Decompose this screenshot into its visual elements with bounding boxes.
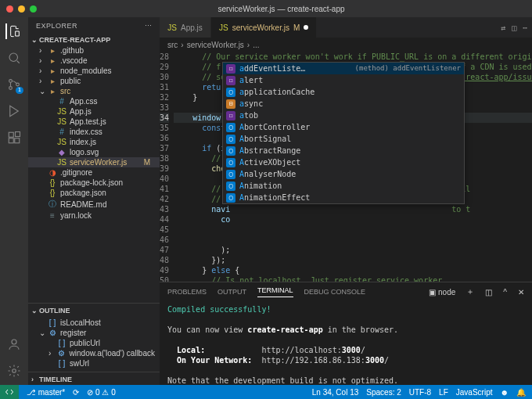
autocomplete-item[interactable]: ▢AbstractRange <box>223 145 464 156</box>
symbol-name: publicUrl <box>70 339 100 347</box>
more-icon[interactable]: ⋯ <box>145 22 153 30</box>
settings-gear-icon[interactable] <box>6 363 22 379</box>
panel-tab[interactable]: PROBLEMS <box>167 288 207 296</box>
editor-tab[interactable]: JSApp.js <box>160 17 211 38</box>
autocomplete-item[interactable]: ▢AbortSignal <box>223 133 464 145</box>
tree-item[interactable]: ◑.gitignore <box>28 167 160 178</box>
outline-item[interactable]: ⌄⚙register <box>28 328 160 338</box>
source-control-icon[interactable]: 1 <box>6 77 22 92</box>
autocomplete-item[interactable]: ⊟async <box>223 98 464 110</box>
maximize-panel-icon[interactable]: ^ <box>503 288 507 297</box>
tree-item[interactable]: ›▸.github <box>28 45 160 56</box>
outline-section[interactable]: ⌄ OUTLINE <box>28 305 160 316</box>
autocomplete-item[interactable]: ▢AnalyserNode <box>223 168 464 180</box>
tree-item[interactable]: ◆logo.svg <box>28 147 160 157</box>
code-editor[interactable]: 2829303132333435363738394041424344454647… <box>160 52 532 282</box>
outline-title: OUTLINE <box>39 307 70 315</box>
tree-item[interactable]: ›▸node_modules <box>28 66 160 76</box>
outline-item[interactable]: ›⚙window.a('load') callback <box>28 348 160 358</box>
tree-item[interactable]: {}package-lock.json <box>28 178 160 188</box>
remote-indicator[interactable] <box>0 385 19 399</box>
panel-tab[interactable]: OUTPUT <box>217 288 246 296</box>
autocomplete-item[interactable]: ☐addEventListe…(method) addEventListener <box>223 63 464 74</box>
editor-tab[interactable]: JSserviceWorker.js M <box>211 17 318 38</box>
breadcrumbs[interactable]: src › serviceWorker.js › ... <box>160 38 532 52</box>
autocomplete-item[interactable]: ▢ActiveXObject <box>223 156 464 168</box>
close-window-icon[interactable] <box>6 5 13 13</box>
outline-item[interactable]: [ ]publicUrl <box>28 338 160 348</box>
encoding[interactable]: UTF-8 <box>409 388 431 397</box>
extensions-icon[interactable] <box>6 130 22 146</box>
code-content[interactable]: // Our service worker won't work if PUBL… <box>174 52 532 282</box>
symbol-kind-icon: ⊟ <box>226 99 235 109</box>
timeline-section[interactable]: › TIMELINE <box>28 374 160 385</box>
search-icon[interactable] <box>6 50 22 66</box>
svg-point-3 <box>16 83 20 86</box>
tree-item[interactable]: #index.css <box>28 127 160 137</box>
git-branch[interactable]: ⎇ master* <box>27 388 65 397</box>
indentation[interactable]: Spaces: 2 <box>366 388 401 397</box>
gutter: 2829303132333435363738394041424344454647… <box>160 52 174 282</box>
feedback-icon[interactable]: ☻ <box>500 388 509 397</box>
split-editor-icon[interactable]: ◫ <box>512 23 516 32</box>
outline-item[interactable]: [ ]isLocalHost <box>28 318 160 328</box>
terminal-profile[interactable]: ▣ node <box>429 288 455 297</box>
file-type-icon: ⓘ <box>48 199 57 210</box>
autocomplete-label: atob <box>239 110 258 120</box>
maximize-window-icon[interactable] <box>30 5 37 13</box>
tree-item[interactable]: JSApp.js <box>28 106 160 117</box>
tree-item[interactable]: ›▸.vscode <box>28 56 160 66</box>
dirty-indicator <box>304 25 308 30</box>
status-bar: ⎇ master* ⟳ ⊘ 0 ⚠ 0 Ln 34, Col 13 Spaces… <box>0 385 532 399</box>
symbol-kind-icon: ▢ <box>226 182 235 191</box>
language-mode[interactable]: JavaScript <box>456 388 493 397</box>
tree-item[interactable]: JSindex.js <box>28 137 160 147</box>
autocomplete-item[interactable]: ☐atob <box>223 110 464 121</box>
autocomplete-item[interactable]: ▢applicationCache <box>223 86 464 98</box>
close-panel-icon[interactable]: ✕ <box>518 288 524 297</box>
accounts-icon[interactable] <box>6 336 22 352</box>
autocomplete-item[interactable]: ▢AnimationEffect <box>223 192 464 203</box>
panel-tab[interactable]: TERMINAL <box>257 286 293 297</box>
autocomplete-popup[interactable]: ☐addEventListe…(method) addEventListener… <box>222 62 465 204</box>
svg-point-1 <box>9 80 13 83</box>
symbol-icon: ⚙ <box>48 329 57 337</box>
tree-item[interactable]: ›▸public <box>28 76 160 86</box>
symbol-kind-icon: ▢ <box>226 123 235 132</box>
run-debug-icon[interactable] <box>6 103 22 119</box>
new-terminal-icon[interactable]: ＋ <box>466 286 474 297</box>
tree-item[interactable]: JSApp.test.js <box>28 117 160 127</box>
cursor-position[interactable]: Ln 34, Col 13 <box>312 388 359 397</box>
terminal-output[interactable]: Compiled successfully!You can now view c… <box>160 301 532 385</box>
svg-point-8 <box>12 340 16 344</box>
tree-item[interactable]: ⓘREADME.md <box>28 198 160 210</box>
explorer-icon[interactable] <box>5 23 21 39</box>
tree-item[interactable]: ≡yarn.lock <box>28 210 160 221</box>
minimize-window-icon[interactable] <box>18 5 25 13</box>
autocomplete-item[interactable]: ☐alert <box>223 74 464 86</box>
compare-icon[interactable]: ⇄ <box>501 23 505 32</box>
notifications-icon[interactable]: 🔔 <box>516 388 526 397</box>
project-section[interactable]: ⌄ CREATE-REACT-APP <box>28 34 160 45</box>
eol[interactable]: LF <box>439 388 448 397</box>
autocomplete-item[interactable]: ▢Animation <box>223 180 464 192</box>
tree-item[interactable]: #App.css <box>28 96 160 106</box>
symbol-kind-icon: ▢ <box>226 146 235 156</box>
breadcrumb-item[interactable]: ... <box>253 41 259 49</box>
problems-status[interactable]: ⊘ 0 ⚠ 0 <box>87 388 115 397</box>
panel-tab[interactable]: DEBUG CONSOLE <box>304 288 366 296</box>
split-terminal-icon[interactable]: ◫ <box>485 288 492 297</box>
more-icon[interactable]: ⋯ <box>523 23 527 32</box>
tree-item[interactable]: {}package.json <box>28 188 160 198</box>
tree-item[interactable]: JSserviceWorker.jsM <box>28 157 160 167</box>
outline-item[interactable]: [ ]swUrl <box>28 358 160 368</box>
folder-icon: ▸ <box>48 56 57 65</box>
tree-item[interactable]: ⌄▸src <box>28 86 160 96</box>
breadcrumb-item[interactable]: serviceWorker.js <box>187 41 244 49</box>
file-name: index.js <box>70 138 96 146</box>
breadcrumb-item[interactable]: src <box>167 41 178 49</box>
sync-icon[interactable]: ⟳ <box>73 388 79 397</box>
autocomplete-label: ActiveXObject <box>239 157 300 167</box>
autocomplete-item[interactable]: ▢AbortController <box>223 121 464 133</box>
file-type-icon: JS <box>167 23 177 32</box>
